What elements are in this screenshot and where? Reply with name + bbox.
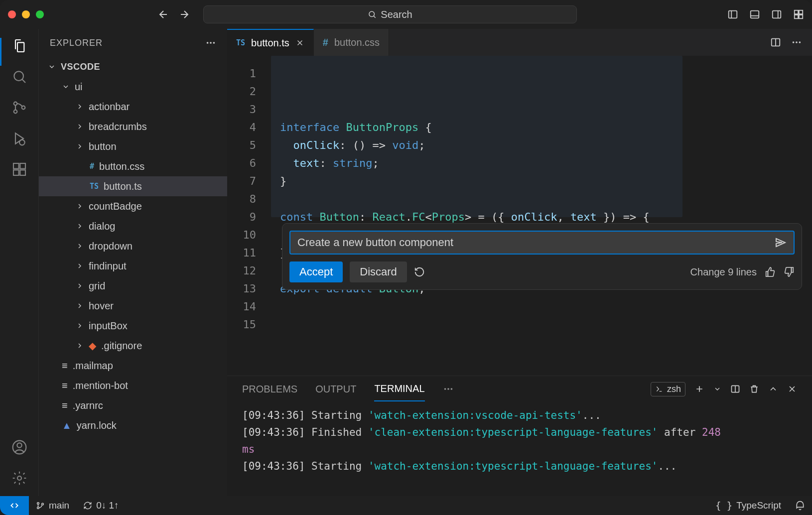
panel-tab-problems[interactable]: PROBLEMS (242, 378, 297, 401)
nav-forward-button[interactable] (178, 8, 190, 20)
folder-item[interactable]: countBadge (39, 196, 227, 216)
folder-item[interactable]: breadcrumbs (39, 117, 227, 136)
svg-point-25 (796, 41, 798, 43)
svg-point-12 (19, 140, 25, 145)
send-icon[interactable] (775, 237, 787, 249)
file-item[interactable]: ≡.mention-bot (39, 376, 227, 395)
editor-more-actions-icon[interactable] (791, 37, 802, 48)
panel-more-icon[interactable] (443, 384, 454, 394)
folder-item[interactable]: grid (39, 276, 227, 296)
extensions-view-icon[interactable] (11, 161, 27, 177)
file-item[interactable]: #button.css (39, 156, 227, 176)
svg-point-18 (17, 443, 21, 447)
svg-point-32 (37, 507, 39, 509)
split-editor-icon[interactable] (770, 37, 781, 48)
accounts-icon[interactable] (11, 439, 27, 455)
nav-back-button[interactable] (157, 8, 169, 20)
thumbs-up-icon[interactable] (765, 266, 776, 277)
thumbs-down-icon[interactable] (784, 266, 795, 277)
folder-item[interactable]: findinput (39, 256, 227, 276)
sync-status[interactable]: 0↓ 1↑ (76, 500, 126, 511)
search-placeholder: Search (381, 9, 412, 20)
svg-point-24 (793, 41, 795, 43)
discard-button[interactable]: Discard (350, 261, 407, 282)
sync-counts: 0↓ 1↑ (96, 500, 119, 511)
svg-rect-14 (13, 170, 19, 175)
folder-item[interactable]: inputBox (39, 316, 227, 336)
maximize-window-button[interactable] (36, 10, 44, 18)
folder-item[interactable]: dropdown (39, 236, 227, 256)
explorer-title: EXPLORER (50, 38, 103, 48)
explorer-sidebar: EXPLORER VSCODEuiactionbarbreadcrumbsbut… (39, 29, 227, 496)
new-terminal-icon[interactable] (694, 384, 704, 394)
settings-gear-icon[interactable] (11, 470, 27, 486)
editor-tab[interactable]: TSbutton.ts (227, 29, 314, 56)
svg-rect-5 (799, 10, 803, 14)
svg-rect-4 (795, 10, 798, 14)
svg-point-0 (369, 11, 375, 17)
folder-item[interactable]: ui (39, 77, 227, 97)
inline-chat-input[interactable] (297, 236, 770, 249)
git-branch-indicator[interactable]: main (29, 500, 76, 511)
maximize-panel-icon[interactable] (768, 384, 778, 394)
panel-tab-output[interactable]: OUTPUT (315, 378, 356, 401)
svg-point-20 (207, 42, 209, 44)
split-terminal-icon[interactable] (730, 384, 740, 394)
workspace-root[interactable]: VSCODE (39, 57, 227, 77)
source-control-view-icon[interactable] (11, 100, 27, 116)
close-window-button[interactable] (8, 10, 16, 18)
folder-item[interactable]: dialog (39, 216, 227, 236)
explorer-view-icon[interactable] (11, 38, 27, 54)
svg-rect-16 (20, 163, 25, 169)
svg-point-22 (213, 42, 215, 44)
svg-point-9 (13, 102, 17, 106)
window-controls (8, 10, 44, 18)
svg-point-29 (450, 388, 452, 390)
panel-tab-terminal[interactable]: TERMINAL (374, 377, 424, 401)
folder-item[interactable]: actionbar (39, 97, 227, 117)
file-item[interactable]: ≡.yarnrc (39, 395, 227, 415)
close-tab-icon[interactable] (295, 38, 304, 47)
remote-indicator[interactable] (0, 496, 29, 515)
terminal-output[interactable]: [09:43:36] Starting 'watch-extension:vsc… (227, 402, 812, 496)
bottom-panel: PROBLEMSOUTPUTTERMINAL zsh [09:43:36] S (227, 376, 812, 496)
file-item[interactable]: ≡.mailmap (39, 356, 227, 376)
terminal-profile-badge[interactable]: zsh (651, 382, 685, 396)
file-item[interactable]: ◆.gitignore (39, 336, 227, 356)
svg-point-31 (37, 503, 39, 505)
search-icon (368, 10, 377, 19)
line-number-gutter: 123456789101112131415 (227, 56, 265, 376)
language-label: TypeScript (736, 500, 781, 511)
regenerate-icon[interactable] (414, 266, 425, 277)
file-item[interactable]: ▲yarn.lock (39, 415, 227, 435)
toggle-primary-sidebar-icon[interactable] (727, 9, 738, 20)
svg-point-27 (444, 388, 446, 390)
toggle-secondary-sidebar-icon[interactable] (771, 9, 782, 20)
kill-terminal-icon[interactable] (749, 384, 759, 394)
minimize-window-button[interactable] (22, 10, 30, 18)
toggle-panel-icon[interactable] (749, 9, 760, 20)
svg-point-26 (799, 41, 801, 43)
close-panel-icon[interactable] (787, 384, 797, 394)
svg-rect-2 (751, 11, 759, 18)
editor-tabs: TSbutton.ts#button.css (227, 29, 812, 56)
notifications-icon[interactable] (788, 501, 812, 511)
run-debug-view-icon[interactable] (11, 130, 27, 146)
customize-layout-icon[interactable] (793, 9, 804, 20)
folder-item[interactable]: hover (39, 296, 227, 316)
accept-button[interactable]: Accept (289, 261, 343, 282)
command-center-search[interactable]: Search (203, 5, 577, 23)
search-view-icon[interactable] (11, 69, 27, 85)
editor-tab[interactable]: #button.css (314, 29, 389, 56)
terminal-dropdown-icon[interactable] (713, 385, 721, 393)
terminal-shell-name: zsh (667, 384, 681, 394)
folder-item[interactable]: button (39, 136, 227, 156)
change-lines-label: Change 9 lines (690, 266, 757, 278)
svg-rect-15 (20, 170, 25, 175)
explorer-more-actions-icon[interactable] (205, 37, 216, 48)
file-tree[interactable]: VSCODEuiactionbarbreadcrumbsbutton#butto… (39, 57, 227, 496)
file-item[interactable]: TSbutton.ts (39, 176, 227, 196)
language-mode[interactable]: { } TypeScript (708, 500, 788, 511)
code-editor[interactable]: interface ButtonProps { onClick: () => v… (265, 56, 812, 376)
git-branch-name: main (49, 500, 69, 511)
